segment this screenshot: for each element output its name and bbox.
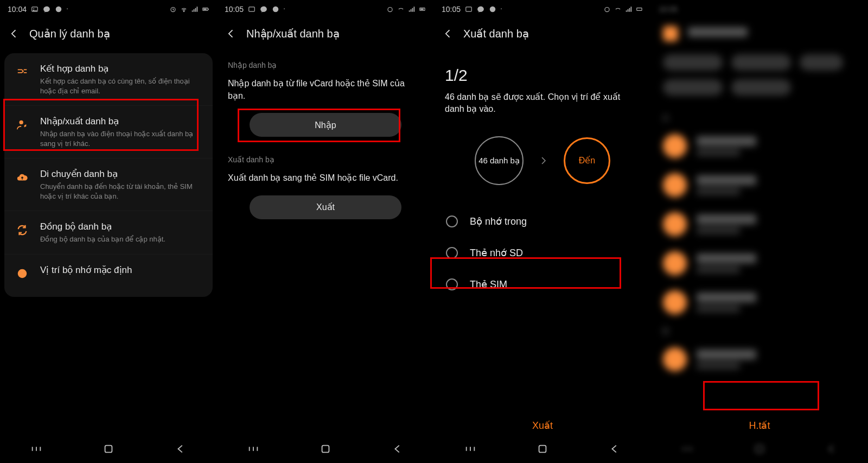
- row-sub: Nhập danh bạ vào điện thoại hoặc xuất da…: [40, 129, 202, 148]
- chip: [800, 54, 843, 71]
- status-bar: 10:05 •: [217, 0, 434, 18]
- messenger-icon: [260, 5, 267, 13]
- contact-row: [651, 126, 868, 166]
- merge-icon: [14, 64, 30, 80]
- home-icon[interactable]: [754, 443, 765, 455]
- messenger-icon: [43, 5, 50, 13]
- progress-step: 1/2: [434, 49, 651, 89]
- back-nav-icon[interactable]: [392, 443, 404, 455]
- svg-rect-8: [105, 446, 112, 453]
- signal-icon: [191, 5, 199, 13]
- option-sim[interactable]: Thẻ SIM: [434, 269, 651, 300]
- import-button[interactable]: Nhập: [250, 113, 401, 137]
- picture-icon: [31, 5, 39, 13]
- svg-point-7: [20, 120, 23, 124]
- alarm-icon: [603, 5, 611, 13]
- row-sub: Chuyển danh bạ đến hoặc từ tài khoản, th…: [40, 182, 202, 201]
- more-dot: •: [501, 7, 502, 10]
- export-button[interactable]: Xuất: [250, 195, 401, 219]
- chat-icon: [55, 5, 62, 13]
- screen-import-export: 10:05 • Nhập/xuất danh bạ Nhập danh bạ N…: [217, 0, 434, 463]
- blurred-text: [697, 267, 740, 273]
- avatar: [663, 290, 687, 314]
- back-nav-icon[interactable]: [609, 443, 621, 455]
- avatar: [663, 26, 678, 41]
- import-section-label: Nhập danh bạ: [217, 49, 434, 76]
- page-header: Xuất danh bạ: [434, 18, 651, 49]
- done-action[interactable]: H.tất: [651, 420, 868, 432]
- option-sd-card[interactable]: Thẻ nhớ SD: [434, 237, 651, 269]
- page-header: Nhập/xuất danh bạ: [217, 18, 434, 49]
- section-divider: B: [651, 322, 868, 340]
- blurred-text: [697, 253, 756, 263]
- status-bar: 10:05 •: [434, 0, 651, 18]
- sync-icon: [14, 222, 30, 238]
- chip: [731, 54, 791, 71]
- row-title: Di chuyển danh bạ: [40, 168, 202, 180]
- svg-rect-6: [208, 9, 209, 10]
- picture-icon: [465, 5, 473, 13]
- back-nav-icon[interactable]: [175, 443, 187, 455]
- svg-rect-13: [420, 9, 424, 10]
- radio-icon: [446, 215, 458, 227]
- chat-icon: [489, 5, 496, 13]
- default-storage-row[interactable]: Vị trí bộ nhớ mặc định: [4, 255, 213, 291]
- svg-point-1: [33, 8, 34, 9]
- source-circle: 46 danh bạ: [475, 136, 524, 185]
- import-export-row[interactable]: Nhập/xuất danh bạ Nhập danh bạ vào điện …: [4, 106, 213, 158]
- page-title: Quản lý danh bạ: [29, 27, 110, 40]
- signal-icon: [625, 5, 633, 13]
- status-bar: 10:05: [651, 0, 868, 18]
- blurred-text: [697, 136, 756, 146]
- blurred-content: A B: [651, 18, 868, 379]
- destination-circle[interactable]: Đến: [564, 137, 610, 184]
- recents-icon[interactable]: [247, 443, 259, 455]
- back-icon[interactable]: [226, 28, 237, 39]
- recents-icon[interactable]: [30, 443, 42, 455]
- sync-contacts-row[interactable]: Đồng bộ danh bạ Đồng bộ danh bạ của bạn …: [4, 211, 213, 255]
- radio-icon: [446, 247, 458, 259]
- svg-point-17: [605, 8, 609, 12]
- back-nav-icon[interactable]: [826, 443, 838, 455]
- picture-icon: [248, 5, 256, 13]
- contact-row: [651, 166, 868, 205]
- export-desc: Xuất danh bạ sang thẻ SIM hoặc file vCar…: [217, 170, 434, 192]
- screen-contacts-list-blurred: 10:05 A: [651, 0, 868, 463]
- back-icon[interactable]: [443, 28, 454, 39]
- option-label: Bộ nhớ trong: [470, 215, 527, 227]
- blurred-text: [697, 214, 756, 224]
- import-desc: Nhập danh bạ từ file vCard hoặc thẻ SIM …: [217, 76, 434, 110]
- blurred-text: [697, 175, 756, 185]
- contact-row: [651, 205, 868, 244]
- recents-icon[interactable]: [464, 443, 476, 455]
- chevron-right-icon: [539, 156, 548, 166]
- export-section-label: Xuất danh bạ: [217, 143, 434, 170]
- svg-rect-15: [466, 7, 472, 11]
- battery-icon: [202, 5, 209, 13]
- svg-rect-5: [203, 9, 207, 10]
- page-header: Quản lý danh bạ: [0, 18, 217, 49]
- row-title: Kết hợp danh bạ: [40, 63, 202, 74]
- home-icon[interactable]: [103, 443, 114, 455]
- svg-rect-20: [756, 446, 763, 453]
- home-icon[interactable]: [537, 443, 548, 455]
- back-icon[interactable]: [9, 28, 20, 39]
- avatar: [663, 251, 687, 275]
- cloud-icon: [14, 169, 30, 186]
- status-time: 10:05: [442, 5, 461, 14]
- system-navbar: [434, 435, 651, 463]
- export-action[interactable]: Xuất: [434, 420, 651, 432]
- merge-contacts-row[interactable]: Kết hợp danh bạ Kết hợp các danh bạ có c…: [4, 53, 213, 106]
- svg-point-10: [273, 7, 279, 12]
- row-title: Nhập/xuất danh bạ: [40, 116, 202, 127]
- avatar: [663, 134, 687, 158]
- messenger-icon: [477, 5, 484, 13]
- option-internal[interactable]: Bộ nhớ trong: [434, 206, 651, 237]
- highlight-done: [703, 381, 819, 410]
- row-sub: Kết hợp các danh bạ có cùng tên, số điện…: [40, 77, 202, 96]
- option-label: Thẻ SIM: [470, 278, 507, 290]
- alarm-icon: [386, 5, 394, 13]
- move-contacts-row[interactable]: Di chuyển danh bạ Chuyển danh bạ đến hoặ…: [4, 158, 213, 211]
- recents-icon[interactable]: [681, 443, 693, 455]
- home-icon[interactable]: [320, 443, 331, 455]
